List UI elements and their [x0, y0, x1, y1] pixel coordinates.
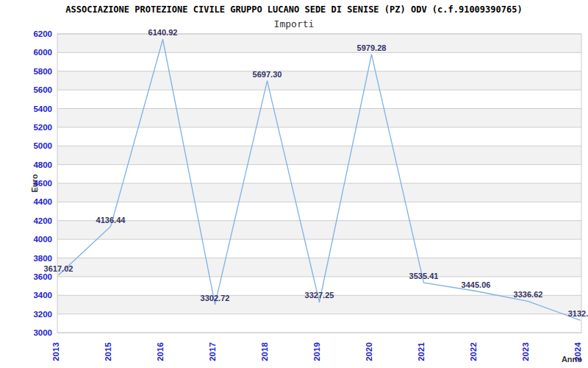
y-tick-label: 5800 — [33, 67, 52, 76]
y-tick-label: 6000 — [33, 48, 52, 57]
point-label: 4136.44 — [96, 216, 126, 224]
x-tick-label: 2022 — [469, 342, 478, 361]
x-tick-label: 2013 — [51, 342, 60, 361]
x-tick-label: 2016 — [156, 342, 165, 361]
point-label: 5697.30 — [253, 70, 282, 79]
point-label: 3132.5 — [568, 309, 588, 318]
x-tick-label: 2019 — [312, 342, 321, 361]
background-band — [57, 71, 581, 90]
y-tick-label: 4400 — [33, 197, 52, 206]
background-band — [57, 34, 581, 52]
x-tick-label: 2024 — [573, 342, 582, 361]
x-tick-label: 2018 — [260, 342, 269, 361]
point-label: 3336.62 — [514, 290, 543, 299]
point-label: 5979.28 — [357, 43, 387, 52]
background-band — [57, 109, 581, 127]
line-chart-svg: 3000320034003600380040004200440046004800… — [0, 0, 588, 368]
y-tick-label: 5200 — [33, 123, 52, 132]
x-tick-label: 2021 — [417, 342, 426, 361]
background-band — [57, 258, 581, 277]
y-tick-label: 3200 — [33, 310, 52, 319]
y-tick-label: 4800 — [33, 160, 52, 169]
y-tick-label: 5600 — [33, 85, 52, 94]
x-tick-label: 2017 — [208, 342, 217, 361]
x-tick-label: 2023 — [521, 342, 530, 361]
x-tick-label: 2015 — [104, 342, 112, 361]
point-label: 3327.25 — [305, 291, 334, 300]
background-band — [57, 221, 581, 239]
y-tick-label: 3800 — [33, 254, 52, 263]
y-tick-label: 3000 — [33, 328, 52, 337]
y-tick-label: 6200 — [33, 29, 52, 38]
point-label: 3445.06 — [462, 280, 491, 289]
y-tick-label: 4600 — [33, 179, 52, 188]
y-tick-label: 4200 — [33, 216, 52, 225]
y-tick-label: 4000 — [33, 235, 52, 244]
y-tick-label: 3400 — [33, 291, 52, 300]
point-label: 3302.72 — [201, 294, 230, 302]
y-tick-label: 5000 — [33, 141, 52, 150]
point-label: 3535.41 — [409, 272, 439, 280]
point-label: 3617.02 — [44, 264, 74, 273]
y-tick-label: 3600 — [33, 272, 52, 281]
point-label: 6140.92 — [148, 28, 178, 37]
background-band — [57, 146, 581, 164]
chart-container: ASSOCIAZIONE PROTEZIONE CIVILE GRUPPO LU… — [0, 0, 588, 368]
x-tick-label: 2020 — [365, 342, 373, 361]
y-tick-label: 5400 — [33, 105, 52, 113]
background-band — [57, 183, 581, 202]
